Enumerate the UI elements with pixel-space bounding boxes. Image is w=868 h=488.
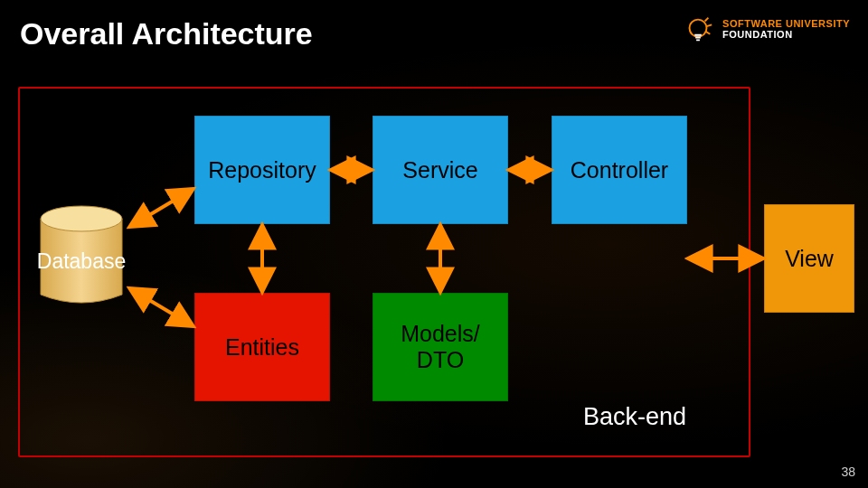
view-box: View — [764, 204, 854, 313]
logo-text: SOFTWARE UNIVERSITY FOUNDATION — [722, 19, 850, 40]
service-box: Service — [373, 116, 508, 224]
database-label: Database — [25, 249, 137, 274]
slide-title: Overall Architecture — [20, 16, 313, 52]
controller-box: Controller — [552, 116, 687, 224]
lightbulb-icon — [681, 13, 715, 47]
architecture-diagram: Overall Architecture SOFTWARE UNIVERSITY… — [0, 0, 868, 488]
suf-logo: SOFTWARE UNIVERSITY FOUNDATION — [681, 13, 850, 47]
backend-label: Back-end — [583, 403, 686, 431]
entities-box: Entities — [194, 293, 330, 401]
models-dto-box: Models/ DTO — [373, 293, 508, 401]
slide-number: 38 — [841, 465, 855, 479]
repository-box: Repository — [194, 116, 330, 224]
svg-point-1 — [41, 206, 122, 231]
